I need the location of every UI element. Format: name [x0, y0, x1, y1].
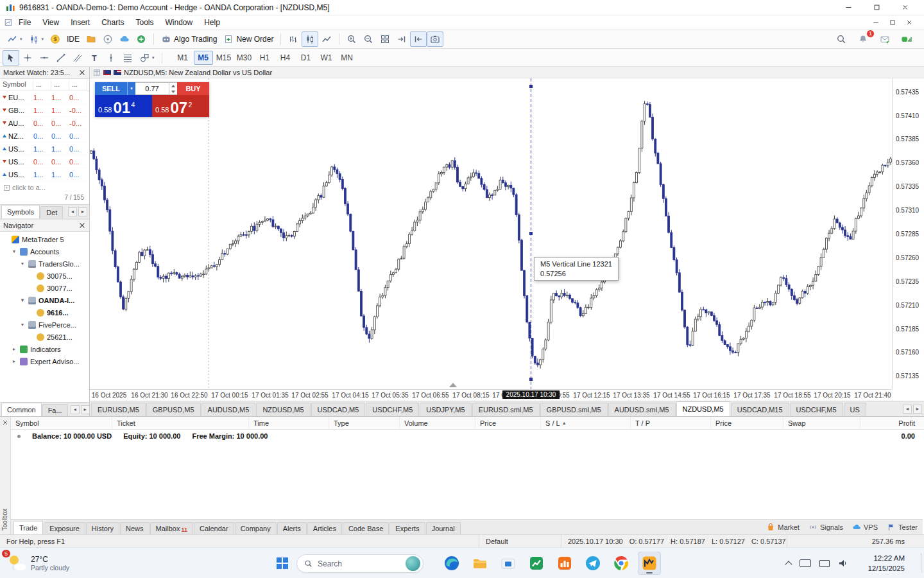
scroll-left-icon[interactable]: ◄ — [68, 207, 77, 216]
sell-price[interactable]: 0.58 01 4 — [95, 95, 152, 117]
profile-name[interactable]: Default — [479, 535, 561, 547]
mdi-restore-icon[interactable] — [889, 19, 896, 26]
column-header-symbol[interactable]: Symbol — [11, 417, 112, 429]
mql5-cloud-button[interactable] — [116, 31, 133, 47]
menu-item-window[interactable]: Window — [160, 16, 199, 29]
navigator-tab-fa[interactable]: Fa... — [42, 404, 68, 416]
column-header[interactable]: ... — [51, 79, 69, 91]
line-chart-mode-button[interactable] — [318, 31, 335, 47]
column-header-price[interactable]: Price — [711, 417, 783, 429]
menu-item-insert[interactable]: Insert — [65, 16, 96, 29]
toolbox-tab-journal[interactable]: Journal — [426, 522, 461, 534]
chart-tab-gbpusdsmlm5[interactable]: GBPUSD.sml,M5 — [540, 403, 608, 416]
cursor-button[interactable] — [3, 50, 19, 66]
tester-service-button[interactable]: Tester — [884, 523, 920, 532]
chart-tab-nzdusdm5[interactable]: NZDUSD,M5 — [256, 403, 310, 416]
chart-screenshot-button[interactable] — [427, 31, 443, 47]
timeframe-m30[interactable]: M30 — [235, 51, 254, 65]
maximize-button[interactable] — [862, 0, 891, 15]
mql5-payments-button[interactable]: $ — [47, 31, 64, 47]
equidistant-channel-button[interactable] — [69, 50, 86, 66]
chart-tab-usdjpym5[interactable]: USDJPY,M5 — [420, 403, 471, 416]
trading-orange-app-button[interactable] — [553, 552, 576, 575]
tray-expand-icon[interactable] — [785, 561, 792, 568]
market-watch-close-icon[interactable] — [78, 69, 86, 76]
crosshair-button[interactable] — [19, 50, 36, 66]
candle-chart-mode-button[interactable] — [302, 31, 318, 47]
open-data-folder-button[interactable] — [83, 31, 99, 47]
scroll-position-marker[interactable] — [449, 383, 457, 387]
chart-tab-audusdsmlm5[interactable]: AUDUSD.sml,M5 — [608, 403, 676, 416]
volume-icon[interactable] — [838, 558, 848, 568]
shapes-button[interactable]: ▾ — [136, 50, 158, 66]
connection-status-button[interactable] — [898, 31, 915, 47]
toolbox-tab-experts[interactable]: Experts — [389, 522, 425, 534]
timeframe-mn[interactable]: MN — [338, 51, 357, 65]
toolbox-tab-news[interactable]: News — [120, 522, 150, 534]
tree-item-30077[interactable]: 30077... — [0, 282, 89, 294]
column-header-volume[interactable]: Volume — [400, 417, 475, 429]
marketwatch-tab-symbols[interactable]: Symbols — [1, 205, 40, 218]
expanded-arrow-icon[interactable]: ▾ — [19, 297, 26, 303]
expanded-arrow-icon[interactable]: ▾ — [19, 261, 26, 267]
column-header[interactable]: Symbol — [0, 79, 33, 91]
column-header-type[interactable]: Type — [329, 417, 400, 429]
column-header-ticket[interactable]: Ticket — [112, 417, 249, 429]
display-tray-icon[interactable] — [819, 560, 830, 567]
chart-tab-eurusdm5[interactable]: EURUSD,M5 — [91, 403, 146, 416]
market-watch-row[interactable]: US...1...1...0... — [0, 168, 89, 181]
chart-tab-us[interactable]: US — [844, 403, 866, 416]
market-watch-row[interactable]: NZ...0...0...0... — [0, 130, 89, 143]
toolbox-tab-alerts[interactable]: Alerts — [277, 522, 307, 534]
tree-item-tradersglo[interactable]: ▾TradersGlo... — [0, 258, 89, 270]
close-button[interactable] — [891, 0, 919, 15]
menu-item-file[interactable]: File — [13, 16, 37, 29]
chart-tab-usdcadm5[interactable]: USDCAD,M5 — [311, 403, 366, 416]
chart-tab-usdchfm5[interactable]: USDCHF,M5 — [790, 403, 843, 416]
keyboard-icon[interactable] — [800, 559, 811, 567]
scroll-left-icon[interactable]: ◄ — [71, 405, 80, 414]
minimize-button[interactable] — [834, 0, 862, 15]
market-service-button[interactable]: Market — [764, 523, 802, 532]
collapsed-arrow-icon[interactable]: ▸ — [11, 346, 17, 352]
tree-item-30075[interactable]: 30075... — [0, 270, 89, 282]
timeframe-d1[interactable]: D1 — [296, 51, 316, 65]
time-axis[interactable]: 2025.10.17 10:30 16 Oct 202516 Oct 21:30… — [90, 389, 892, 401]
tree-item-metatrader5[interactable]: MetaTrader 5 — [0, 233, 89, 245]
chart-tab-eurusdsmlm5[interactable]: EURUSD.sml,M5 — [472, 403, 540, 416]
price-axis[interactable]: 0.574350.574100.573850.573600.573350.573… — [892, 78, 924, 389]
market-watch-row[interactable]: EU...1...1...0... — [0, 91, 89, 104]
vertical-line-button[interactable] — [103, 50, 119, 66]
column-header-price[interactable]: Price — [475, 417, 541, 429]
timeframe-h1[interactable]: H1 — [255, 51, 275, 65]
balance-row[interactable]: Balance: 10 000.00 USDEquity: 10 000.00F… — [11, 430, 924, 442]
column-header-time[interactable]: Time — [249, 417, 329, 429]
chart-tab-gbpusdm5[interactable]: GBPUSD,M5 — [146, 403, 201, 416]
taskbar-clock[interactable]: 12:22 AM 12/15/2025 — [868, 553, 905, 574]
timeframe-m15[interactable]: M15 — [214, 51, 234, 65]
new-order-button[interactable]: New Order — [220, 31, 277, 47]
mdi-minimize-icon[interactable] — [873, 19, 879, 26]
tree-item-accounts[interactable]: ▾Accounts — [0, 245, 89, 258]
scroll-right-icon[interactable]: ► — [78, 207, 87, 216]
toolbox-tab-company[interactable]: Company — [235, 522, 277, 534]
trendline-button[interactable] — [53, 50, 69, 66]
chart-type-button[interactable]: ▾ — [4, 31, 26, 47]
metaeditor-button[interactable] — [99, 31, 116, 47]
volume-up-button[interactable] — [169, 83, 177, 89]
collapsed-arrow-icon[interactable]: ▸ — [11, 358, 17, 364]
navigator-tab-common[interactable]: Common — [1, 403, 42, 416]
tree-item-indicators[interactable]: ▸Indicators — [0, 343, 89, 355]
toolbox-tab-trade[interactable]: Trade — [13, 521, 43, 534]
chrome-app-button[interactable] — [610, 552, 633, 575]
toolbox-tab-codebase[interactable]: Code Base — [343, 522, 389, 534]
menu-item-view[interactable]: View — [37, 16, 65, 29]
marketwatch-tab-det[interactable]: Det — [40, 206, 63, 218]
store-app-button[interactable] — [497, 552, 520, 575]
mailbox-button[interactable] — [877, 31, 893, 47]
search-button[interactable] — [833, 31, 850, 47]
toolbox-tab-articles[interactable]: Articles — [307, 522, 342, 534]
edge-app-button[interactable] — [440, 552, 463, 575]
toolbox-tab-history[interactable]: History — [86, 522, 119, 534]
chart-tab-usdcadm15[interactable]: USDCAD,M15 — [731, 403, 789, 416]
